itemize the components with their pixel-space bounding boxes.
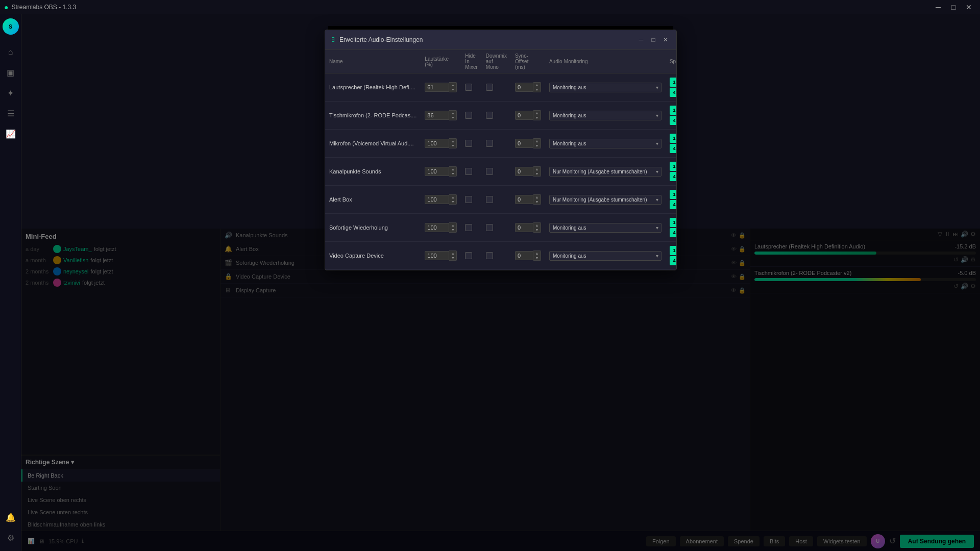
- volume-input[interactable]: [425, 251, 449, 260]
- sync-increment-button[interactable]: ▲: [533, 223, 541, 228]
- col-monitoring: Audio-Monitoring: [545, 50, 666, 73]
- sync-decrement-button[interactable]: ▼: [533, 199, 541, 204]
- track-4-button[interactable]: 4: [670, 256, 677, 265]
- sync-offset-input[interactable]: [515, 167, 533, 176]
- dialog-close-button[interactable]: ✕: [660, 34, 671, 45]
- downmix-checkbox[interactable]: [486, 84, 493, 91]
- track-4-button[interactable]: 4: [670, 200, 677, 209]
- track-1-button[interactable]: 1: [670, 78, 677, 87]
- hide-mixer-checkbox[interactable]: [465, 84, 472, 91]
- dialog-maximize-button[interactable]: □: [648, 34, 659, 45]
- track-1-button[interactable]: 1: [670, 134, 677, 143]
- sync-offset-input[interactable]: [515, 251, 533, 260]
- volume-decrement-button[interactable]: ▼: [449, 143, 456, 148]
- volume-input[interactable]: [425, 223, 449, 232]
- track-1-button[interactable]: 1: [670, 218, 677, 227]
- tracks-wrap: 1 2 3 4 5 6: [670, 78, 677, 97]
- downmix-checkbox[interactable]: [486, 252, 493, 259]
- volume-increment-button[interactable]: ▲: [449, 223, 456, 228]
- sidebar-item-home[interactable]: ⌂: [2, 43, 20, 61]
- sidebar-item-editor[interactable]: ✦: [2, 84, 20, 102]
- downmix-checkbox[interactable]: [486, 140, 493, 147]
- downmix-checkbox[interactable]: [486, 224, 493, 231]
- sync-offset-input[interactable]: [515, 139, 533, 148]
- track-4-button[interactable]: 4: [670, 228, 677, 237]
- hide-mixer-checkbox[interactable]: [465, 140, 472, 147]
- sidebar-item-stats[interactable]: 📈: [2, 124, 20, 143]
- monitoring-select[interactable]: Monitoring aus Nur Monitoring (Ausgabe s…: [549, 139, 662, 148]
- sync-decrement-button[interactable]: ▼: [533, 115, 541, 120]
- volume-increment-button[interactable]: ▲: [449, 83, 456, 87]
- monitoring-select[interactable]: Monitoring aus Nur Monitoring (Ausgabe s…: [549, 167, 662, 177]
- volume-increment-button[interactable]: ▲: [449, 139, 456, 143]
- sidebar-item-alert[interactable]: 🔔: [2, 508, 20, 527]
- user-avatar[interactable]: S: [3, 18, 19, 35]
- sync-decrement-button[interactable]: ▼: [533, 256, 541, 260]
- volume-input[interactable]: [425, 111, 449, 120]
- sync-offset-input[interactable]: [515, 111, 533, 120]
- hide-mixer-checkbox[interactable]: [465, 196, 472, 203]
- downmix-checkbox[interactable]: [486, 112, 493, 119]
- volume-decrement-button[interactable]: ▼: [449, 87, 456, 92]
- sync-decrement-button[interactable]: ▼: [533, 228, 541, 232]
- sidebar-item-scenes[interactable]: ▣: [2, 63, 20, 82]
- track-1-button[interactable]: 1: [670, 246, 677, 255]
- table-row: Kanalpunkte Sounds ▲ ▼ ▲ ▼ Monitoring au…: [325, 158, 677, 186]
- track-1-button[interactable]: 1: [670, 190, 677, 199]
- sync-decrement-button[interactable]: ▼: [533, 171, 541, 176]
- sync-offset-input[interactable]: [515, 195, 533, 204]
- track-4-button[interactable]: 4: [670, 172, 677, 181]
- maximize-button[interactable]: □: [946, 0, 961, 14]
- monitoring-select[interactable]: Monitoring aus Nur Monitoring (Ausgabe s…: [549, 223, 662, 233]
- col-tracks: Spuren: [666, 50, 677, 73]
- monitoring-select[interactable]: Monitoring aus Nur Monitoring (Ausgabe s…: [549, 83, 662, 92]
- sync-decrement-button[interactable]: ▼: [533, 143, 541, 148]
- track-1-button[interactable]: 1: [670, 162, 677, 171]
- volume-decrement-button[interactable]: ▼: [449, 115, 456, 120]
- dialog-minimize-button[interactable]: ─: [635, 34, 647, 45]
- sync-increment-button[interactable]: ▲: [533, 139, 541, 143]
- downmix-checkbox[interactable]: [486, 196, 493, 203]
- monitoring-select[interactable]: Monitoring aus Nur Monitoring (Ausgabe s…: [549, 195, 662, 205]
- monitoring-select-wrap: Monitoring aus Nur Monitoring (Ausgabe s…: [549, 223, 662, 233]
- sync-increment-button[interactable]: ▲: [533, 251, 541, 256]
- sync-increment-button[interactable]: ▲: [533, 111, 541, 115]
- track-4-button[interactable]: 4: [670, 116, 677, 125]
- sync-increment-button[interactable]: ▲: [533, 167, 541, 171]
- hide-mixer-checkbox[interactable]: [465, 252, 472, 259]
- volume-decrement-button[interactable]: ▼: [449, 199, 456, 204]
- track-4-button[interactable]: 4: [670, 144, 677, 153]
- audio-source-name: Lautsprecher (Realtek High Defi....: [329, 84, 415, 90]
- downmix-checkbox[interactable]: [486, 168, 493, 175]
- volume-input[interactable]: [425, 83, 449, 92]
- volume-decrement-button[interactable]: ▼: [449, 256, 456, 260]
- volume-increment-button[interactable]: ▲: [449, 111, 456, 115]
- hide-mixer-checkbox[interactable]: [465, 168, 472, 175]
- hide-mixer-checkbox[interactable]: [465, 112, 472, 119]
- hide-mixer-checkbox[interactable]: [465, 224, 472, 231]
- volume-input[interactable]: [425, 139, 449, 148]
- volume-decrement-button[interactable]: ▼: [449, 171, 456, 176]
- sync-decrement-button[interactable]: ▼: [533, 87, 541, 92]
- sync-offset-input[interactable]: [515, 83, 533, 92]
- volume-input[interactable]: [425, 167, 449, 176]
- close-button[interactable]: ✕: [962, 0, 976, 14]
- sync-increment-button[interactable]: ▲: [533, 195, 541, 199]
- minimize-button[interactable]: ─: [931, 0, 945, 14]
- volume-decrement-button[interactable]: ▼: [449, 228, 456, 232]
- sync-increment-button[interactable]: ▲: [533, 83, 541, 87]
- volume-increment-button[interactable]: ▲: [449, 195, 456, 199]
- volume-increment-button[interactable]: ▲: [449, 251, 456, 256]
- sync-offset-input[interactable]: [515, 223, 533, 232]
- monitoring-select[interactable]: Monitoring aus Nur Monitoring (Ausgabe s…: [549, 111, 662, 120]
- tracks-wrap: 1 2 3 4 5 6: [670, 134, 677, 153]
- titlebar-controls: ─ □ ✕: [931, 0, 976, 14]
- app-logo-icon: ●: [4, 3, 8, 11]
- track-4-button[interactable]: 4: [670, 88, 677, 97]
- track-1-button[interactable]: 1: [670, 106, 677, 115]
- sidebar-item-library[interactable]: ☰: [2, 104, 20, 122]
- sidebar-item-tools[interactable]: ⚙: [2, 529, 20, 547]
- volume-increment-button[interactable]: ▲: [449, 167, 456, 171]
- monitoring-select[interactable]: Monitoring aus Nur Monitoring (Ausgabe s…: [549, 251, 662, 261]
- volume-input[interactable]: [425, 195, 449, 204]
